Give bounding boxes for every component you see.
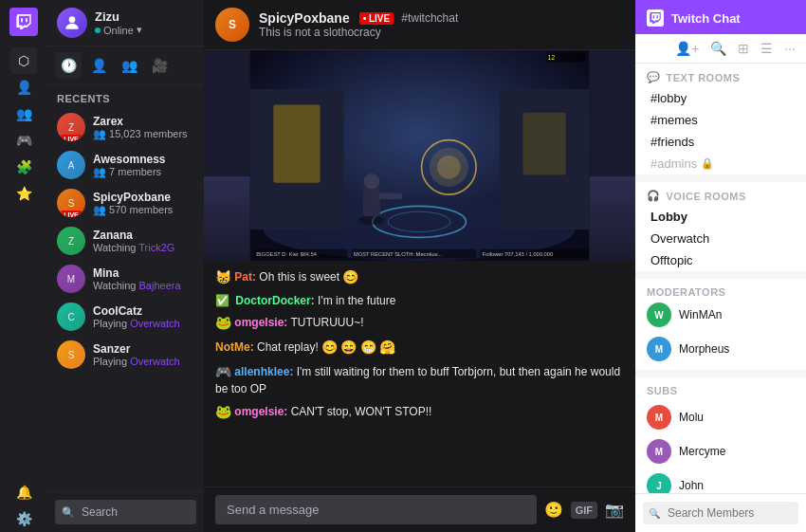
channel-info: SpicyPoxbane 👥 570 members [93, 191, 173, 216]
lock-icon: 🔒 [701, 157, 714, 170]
chat-message: ✅ DoctorDocker: I'm in the future [215, 293, 624, 309]
text-rooms-header: 💬 TEXT ROOMS [635, 64, 806, 87]
channel-sub: 👥 570 members [93, 204, 173, 216]
tab-person[interactable]: 👤 [85, 52, 112, 79]
list-item[interactable]: S Sanzer Playing Overwatch [47, 336, 204, 374]
gif-button[interactable]: GIF [571, 502, 597, 519]
voice-room-overwatch[interactable]: Overwatch [635, 228, 806, 249]
svg-rect-5 [273, 105, 320, 183]
text-icon: 💬 [647, 71, 661, 83]
sub-avatar-molu: M [647, 405, 671, 430]
chat-message: 😸 Pat: Oh this is sweet 😊 [215, 268, 624, 287]
svg-text:BIGGEST D: Kier $64.54: BIGGEST D: Kier $64.54 [256, 251, 318, 257]
live-badge: LIVE [61, 135, 82, 141]
stream-name: SpicyPoxbane [259, 10, 350, 26]
mod-name-winman: WinMAn [679, 308, 722, 321]
stream-hashtag: #twitchchat [401, 11, 458, 25]
sidebar-star-btn[interactable]: ⭐ [10, 180, 37, 207]
voice-room-lobby[interactable]: Lobby [635, 206, 806, 228]
user-header: Zizu Online ▾ [47, 0, 204, 46]
channel-info: Awesomness 👥 7 members [93, 153, 165, 178]
voice-room-offtopic[interactable]: Offtopic [635, 249, 806, 271]
message-input[interactable] [215, 495, 537, 524]
channel-name: Mina [93, 266, 181, 280]
stream-live-badge: • LIVE [359, 12, 394, 25]
twitch-icon [647, 9, 664, 27]
search-input[interactable] [55, 500, 196, 524]
list-item[interactable]: SLIVE SpicyPoxbane 👥 570 members [47, 184, 204, 222]
channel-nav-tabs: 🕐 👤 👥 🎥 [47, 46, 204, 85]
chat-message: NotMe: Chat replay! 😊 😄 😁 🤗 [215, 339, 624, 358]
channel-sub: Watching Bajheera [93, 280, 181, 291]
stream-title: This is not a slothocracy [259, 26, 624, 39]
channel-info: Zarex 👥 15,023 members [93, 115, 188, 140]
sidebar-settings-btn[interactable]: ⚙️ [10, 505, 37, 532]
channel-info: CoolCatz Playing Overwatch [93, 304, 180, 329]
twitch-logo[interactable] [9, 8, 38, 36]
add-person-icon[interactable]: 👤+ [672, 38, 702, 59]
room-item-friends[interactable]: #friends [635, 131, 806, 153]
channel-name: Zanana [93, 229, 174, 242]
tab-clock[interactable]: 🕐 [55, 52, 82, 79]
list-item[interactable]: ZLIVE Zarex 👥 15,023 members [47, 108, 204, 146]
channel-avatar: M [57, 265, 85, 293]
channel-name: CoolCatz [93, 304, 180, 318]
sidebar-activity-btn[interactable]: ⬡ [10, 47, 37, 74]
channel-sub: Watching Trick2G [93, 242, 174, 253]
channel-sub: 👥 7 members [93, 166, 165, 178]
members-search-bar [635, 493, 806, 532]
channel-info: Zanana Watching Trick2G [93, 229, 174, 253]
recents-label: RECENTS [47, 85, 204, 108]
list-item[interactable]: Z Zanana Watching Trick2G [47, 222, 204, 260]
layers-icon[interactable]: ⊞ [735, 38, 752, 59]
right-panel: Twitch Chat 👤+ 🔍 ⊞ ☰ ··· 💬 TEXT ROOMS #l… [635, 0, 806, 532]
sidebar-puzzle-btn[interactable]: 🧩 [10, 154, 37, 180]
chat-username: omgelsie: [234, 316, 287, 329]
room-item-admins[interactable]: #admins 🔒 [635, 153, 806, 174]
channel-name: Awesomness [93, 153, 165, 166]
chat-input-bar: 🙂 GIF 📷 [204, 486, 635, 532]
more-icon[interactable]: ··· [781, 38, 798, 59]
chat-emote-icon: 🐸 [215, 315, 231, 330]
list-item[interactable]: M Mina Watching Bajheera [47, 260, 204, 298]
svg-point-9 [358, 215, 383, 225]
chat-text: TUTURUUU~! [290, 316, 363, 329]
mod-name-morpheus: Morpheus [679, 342, 729, 356]
stream-info: SpicyPoxbane • LIVE #twitchchat This is … [259, 10, 624, 39]
sidebar-icons: ⬡ 👤 👥 🎮 🧩 ⭐ 🔔 ⚙️ [0, 0, 47, 532]
tab-video[interactable]: 🎥 [146, 52, 173, 79]
list-item[interactable]: C CoolCatz Playing Overwatch [47, 298, 204, 336]
sidebar-alert-btn[interactable]: 🔔 [10, 479, 37, 505]
list-item[interactable]: A Awesomness 👥 7 members [47, 146, 204, 184]
user-info: Zizu Online ▾ [95, 9, 142, 36]
chat-emote-icon: 🎮 [215, 364, 231, 379]
chat-emote-icon: 😸 [215, 269, 231, 284]
twitch-chat-label: Twitch Chat [671, 11, 741, 26]
chat-username: allenhklee: [234, 365, 293, 378]
members-search-input[interactable] [643, 502, 798, 524]
moderator-item: M Morpheus [647, 332, 795, 366]
sidebar-friends-btn[interactable]: 👥 [10, 101, 37, 127]
chat-message: 🎮 allenhklee: I'm still waiting for them… [215, 363, 624, 397]
chat-username: Pat: [234, 270, 256, 284]
sub-avatar-mercyme: M [647, 439, 671, 464]
sidebar-person-btn[interactable]: 👤 [10, 74, 37, 101]
menu-icon[interactable]: ☰ [758, 38, 776, 59]
channel-avatar: SLIVE [57, 189, 85, 217]
room-item-lobby[interactable]: #lobby [635, 87, 806, 109]
main-content: S SpicyPoxbane • LIVE #twitchchat This i… [204, 0, 635, 532]
chat-username: omgelsie: [234, 405, 287, 418]
chat-area: 😸 Pat: Oh this is sweet 😊 ✅ DoctorDocker… [204, 261, 635, 486]
svg-text:MOST RECENT SLOTH: Mecnkuv...: MOST RECENT SLOTH: Mecnkuv... [354, 251, 442, 257]
search-bar [47, 491, 204, 532]
svg-text:12: 12 [548, 54, 556, 61]
sidebar-video-btn[interactable]: 🎮 [10, 127, 37, 154]
tab-people[interactable]: 👥 [116, 52, 142, 79]
camera-button[interactable]: 📷 [605, 501, 624, 519]
channel-list: ZLIVE Zarex 👥 15,023 members A Awesomnes… [47, 108, 204, 491]
room-item-memes[interactable]: #memes [635, 109, 806, 131]
members-search-wrap [643, 502, 798, 524]
search-right-icon[interactable]: 🔍 [707, 38, 729, 59]
text-rooms-label: TEXT ROOMS [667, 72, 741, 83]
emoji-button[interactable]: 🙂 [544, 501, 563, 519]
